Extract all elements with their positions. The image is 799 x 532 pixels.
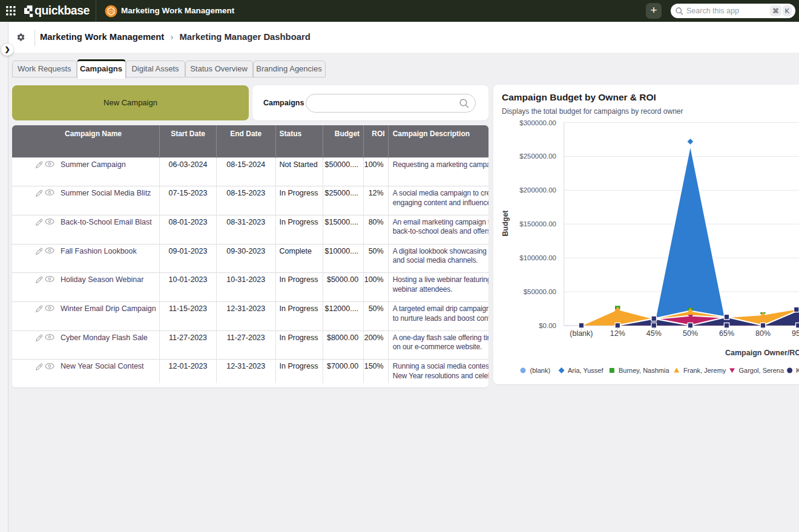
svg-text:$250000.00: $250000.00 [519,153,556,160]
svg-text:65%: 65% [719,329,734,338]
svg-text:$50000.00: $50000.00 [524,288,556,295]
svg-text:(blank): (blank) [530,367,551,374]
svg-text:$0.00: $0.00 [539,322,556,329]
svg-text:Campaign Owner/ROI: Campaign Owner/ROI [725,349,799,357]
svg-text:Budget: Budget [501,210,510,237]
svg-text:$200000.00: $200000.00 [519,186,556,194]
svg-text:$100000.00: $100000.00 [519,254,556,261]
svg-text:$150000.00: $150000.00 [519,220,556,228]
svg-text:12%: 12% [610,329,625,338]
svg-text:K: K [796,367,799,374]
svg-text:Aria, Yussef: Aria, Yussef [568,367,603,374]
svg-text:80%: 80% [755,329,771,338]
svg-text:Frank, Jeremy: Frank, Jeremy [683,367,726,374]
svg-text:45%: 45% [646,329,662,338]
svg-text:95%: 95% [792,329,799,338]
svg-text:(blank): (blank) [570,329,593,338]
svg-text:Gargol, Serena: Gargol, Serena [739,367,784,374]
svg-text:50%: 50% [683,329,698,338]
svg-text:$300000.00: $300000.00 [519,119,556,126]
svg-text:Burney, Nashmia: Burney, Nashmia [619,367,669,374]
